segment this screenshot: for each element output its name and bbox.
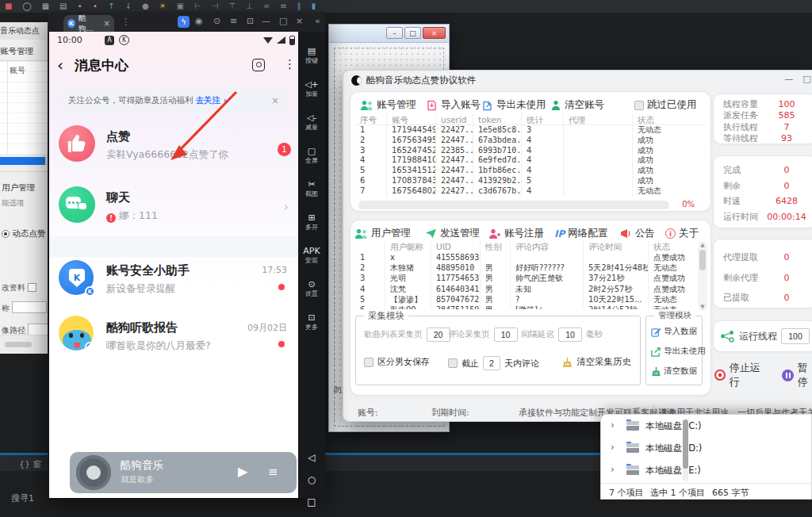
more-icon[interactable]: ⋮ [284,57,296,71]
send-manage-button[interactable]: 发送管理 [425,227,480,240]
expand-chevron-icon[interactable]: › [611,464,615,475]
maximize-button[interactable]: □ [279,16,287,26]
ide-tool-icon[interactable]: ∙ [93,0,98,13]
ide-tool-icon[interactable]: ■ [5,0,12,13]
checkbox-icon[interactable] [634,101,644,110]
message-item-report[interactable]: K 酷狗听歌报告 哪首歌是你的八月最爱? 09月02日 [49,316,298,358]
mini-player[interactable]: 酷狗音乐 就是歌多 ▶ ≡ [70,452,297,493]
column-header[interactable]: token [473,114,522,125]
message-item-security[interactable]: K K 账号安全小助手 新设备登录提醒 17:53 [49,260,298,303]
sidebar-tool-button[interactable]: ◁- 减量 [298,113,325,132]
table-row[interactable]: 2 木独猪 48895010 男 好好听?????? 5天2时41分48秒 无动… [355,262,696,273]
sidebar-tool-button[interactable]: ⊡ 更多 [298,312,325,331]
skip-used-checkbox[interactable]: 跳过已使用 [634,98,697,112]
column-header[interactable]: 性别 [481,241,511,252]
name-field-fragment[interactable]: 称 [2,301,47,314]
record-icon[interactable]: ⊙ [213,16,220,26]
message-item-chat[interactable]: 聊天 !娜：111 › [49,186,298,231]
ide-tool-icon[interactable]: ↑ [108,0,114,13]
expand-chevron-icon[interactable]: › [611,419,615,431]
scrollbar-thumb[interactable] [5,342,32,347]
announcement-button[interactable]: 公告 [620,227,655,240]
ide-tool-icon[interactable]: ⊣ [212,0,219,13]
minimize-button[interactable]: — [785,74,794,84]
collapse-sidebar-icon[interactable]: « [315,16,320,26]
back-icon[interactable]: ‹ [57,56,63,75]
table-row[interactable]: 7 16756480265 22427... c3d6767b... 4 无动态 [355,186,706,197]
sidebar-tool-button[interactable]: ⊙ 设置 [298,279,325,298]
minimize-button[interactable]: — [262,16,270,26]
ide-tool-icon[interactable]: ⊥ [246,0,253,13]
play-button[interactable]: ▶ [238,464,247,479]
app-titlebar[interactable]: 酷狗音乐动态点赞协议软件 — □ [343,71,812,90]
drive-tree-item[interactable]: › 本地磁盘 (C:) [601,415,811,437]
table-row[interactable]: 1 x 415558693 点赞成功 [355,252,696,262]
column-header[interactable]: 代理 [564,114,633,125]
maximize-button[interactable]: □ [404,27,421,39]
column-header[interactable]: 状态 [649,241,696,252]
ide-tool-icon[interactable]: ● [142,0,149,13]
ide-tool-icon[interactable]: ▮ [312,0,316,13]
ide-window-tab-fragment[interactable]: {} 窗 [19,458,42,470]
clear-accounts-button[interactable]: 清空账号 [550,98,604,112]
tree-scrollbar[interactable] [683,419,688,481]
radio-icon[interactable] [2,230,10,238]
android-recent-icon[interactable]: □ [298,496,325,507]
tab-more-icon[interactable]: ⋮ [121,17,130,27]
column-header[interactable]: UID [431,241,481,252]
drive-tree-item[interactable]: › 本地磁盘 (D:) [601,437,811,459]
playlist-icon[interactable]: ≡ [268,465,278,479]
checkbox-icon[interactable] [28,283,36,292]
ide-tool-icon[interactable]: ≍ [263,0,270,13]
gender-split-checkbox[interactable] [364,358,373,367]
radio-dynamic-like[interactable]: 动态点赞 [2,228,45,239]
medal-icon[interactable] [252,59,265,71]
android-back-icon[interactable]: ◁ [298,452,325,463]
text-input[interactable] [12,301,47,313]
column-header[interactable]: userid [436,114,473,125]
column-header[interactable]: 用户昵称 [385,241,431,252]
column-header[interactable]: 序号 [355,114,387,125]
clear-data-button[interactable]: 清空数据 [651,366,697,377]
ide-tool-icon[interactable]: ☀ [159,0,167,13]
table-row[interactable]: 5 【渗渗】 857047672 男 ? 10天22时15... 无动态 [355,294,696,304]
flash-boost-icon[interactable]: ϟ [178,16,190,28]
ide-tool-icon[interactable]: ▤ [59,0,67,13]
close-button[interactable]: × [296,16,303,26]
ide-tool-icon[interactable]: ◯ [22,0,31,13]
stop-run-button[interactable]: 停止运行 [714,361,769,389]
sidebar-tool-button[interactable]: ⊞ 多开 [298,213,325,232]
column-header[interactable]: 评论内容 [511,241,584,252]
android-home-icon[interactable]: ○ [298,474,325,485]
table-row[interactable]: 3 光明 1177546537 男 帅气的王楚钦 37分21秒 点赞成功 [355,273,696,283]
text-input[interactable] [28,324,48,335]
table-row[interactable]: 2 16756349511 22447... 67a3bdea... 4 成功 [355,136,706,146]
tab-user-manage-fragment[interactable]: 用户管理 [2,182,35,193]
scroll-down-icon[interactable]: ▼ [698,303,707,311]
user-manage-button[interactable]: 用户管理 [354,227,411,240]
gamepad-icon[interactable]: ◉ [195,16,203,26]
account-manage-button[interactable]: 账号管理 [360,98,416,112]
until-checkbox[interactable] [448,358,458,368]
table-row[interactable]: 6 17083784368 22447... 413929b2... 5 成功 [355,176,706,186]
clear-history-button[interactable]: 清空采集历史 [562,356,631,368]
horizontal-scrollbar[interactable] [0,335,49,354]
table-row[interactable]: 4 17198841020 22447... 6e9fed7d... 4 成功 [355,155,706,166]
scrollbar-thumb[interactable] [683,419,688,469]
vertical-scrollbar[interactable]: ▲ ▼ [698,241,707,311]
drive-tree-item[interactable]: › 本地磁盘 (E:) [601,459,811,481]
import-accounts-button[interactable]: 导入账号 [426,98,481,112]
close-button[interactable]: × [423,27,446,39]
pause-button[interactable]: 暂停 [782,361,812,389]
sidebar-tool-button[interactable]: ◁+ 加量 [298,79,325,98]
until-days-input[interactable] [483,356,500,370]
about-button[interactable]: i 关于 [665,227,699,240]
banner-close-icon[interactable]: × [271,95,279,106]
ide-tool-icon[interactable]: ≡ [280,0,286,13]
sidebar-tool-button[interactable]: ▤ 按键 [298,46,325,65]
column-header[interactable]: 状态 [633,114,706,125]
sidebar-tool-button[interactable]: ✂ 截图 [298,179,325,198]
run-threads-input[interactable] [781,328,810,344]
column-header[interactable]: 统计 [522,114,564,125]
ide-tool-icon[interactable]: ↓ [124,0,131,13]
